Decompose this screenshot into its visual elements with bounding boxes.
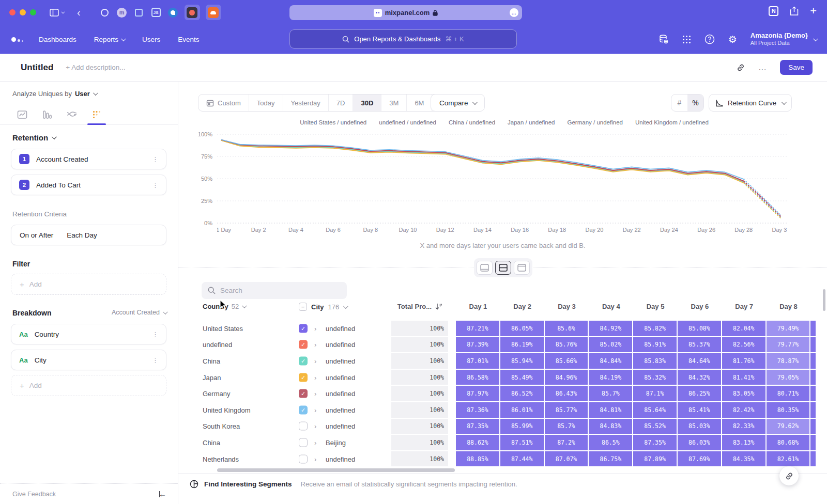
extension-m-icon[interactable]: m — [116, 7, 128, 18]
expand-row-icon[interactable]: › — [314, 324, 316, 332]
collapse-sidebar-icon[interactable]: ← — [159, 490, 166, 498]
global-search[interactable]: Open Reports & Dashboards ⌘ + K — [289, 29, 517, 49]
kebab-menu-icon[interactable]: ⋮ — [152, 181, 159, 189]
notion-extension-icon[interactable]: N — [769, 6, 778, 16]
retention-value-cell[interactable]: 85.83% — [633, 353, 677, 369]
retention-value-cell[interactable]: 85.49% — [500, 370, 544, 385]
day-column-header[interactable]: Day 2 — [500, 303, 545, 310]
report-title[interactable]: Untitled — [21, 62, 53, 73]
retention-value-cell[interactable]: 85.76% — [545, 337, 588, 353]
kebab-menu-icon[interactable]: ⋮ — [152, 356, 159, 364]
give-feedback-link[interactable]: Give Feedback — [12, 491, 56, 498]
retention-value-cell[interactable]: 86.19% — [500, 337, 544, 353]
retention-value-cell[interactable]: 85.66% — [545, 353, 588, 369]
retention-value-cell[interactable]: 84.96% — [545, 370, 588, 385]
retention-value-cell[interactable]: 82.56% — [722, 337, 765, 353]
percent-toggle[interactable]: % — [687, 94, 703, 111]
retention-value-cell[interactable]: 85.82% — [633, 321, 677, 336]
retention-value-cell[interactable]: 87.21% — [456, 321, 499, 336]
add-breakdown-button[interactable]: + Add — [11, 375, 166, 396]
retention-value-cell[interactable]: 85.03% — [678, 419, 721, 434]
retention-value-cell[interactable]: 85.94% — [500, 353, 544, 369]
retention-value-cell[interactable]: 80.71% — [767, 386, 810, 401]
retention-value-cell[interactable]: 82.04% — [722, 321, 765, 336]
apps-grid-icon[interactable] — [682, 35, 691, 44]
retention-value-cell[interactable]: 87.07% — [545, 451, 588, 467]
retention-value-cell[interactable]: 86.75% — [589, 451, 632, 467]
maximize-window-button[interactable] — [30, 9, 36, 15]
expand-row-icon[interactable]: › — [314, 438, 316, 446]
retention-criteria-card[interactable]: On or After Each Day — [11, 225, 166, 245]
retention-value-cell[interactable]: 87.97% — [456, 386, 499, 401]
retention-value-cell[interactable]: 79.77% — [767, 337, 810, 353]
retention-value-cell[interactable]: 87.1% — [633, 386, 677, 401]
retention-value-cell[interactable]: 85.77% — [545, 402, 588, 418]
compare-button[interactable]: Compare — [431, 94, 485, 112]
extension-js-icon[interactable]: JS — [150, 7, 162, 18]
retention-value-cell[interactable]: 85.02% — [589, 337, 632, 353]
table-search-input[interactable]: Search — [202, 282, 347, 299]
retention-value-cell[interactable]: 86.05% — [500, 321, 544, 336]
retention-value-cell[interactable]: 79.62% — [767, 419, 810, 434]
retention-value-cell[interactable]: 79.05% — [767, 370, 810, 385]
retention-value-cell[interactable]: 84.32% — [678, 370, 721, 385]
kebab-menu-icon[interactable]: ⋮ — [152, 155, 159, 163]
event-step-card[interactable]: 2 Added To Cart ⋮ — [11, 175, 166, 195]
retention-value-cell[interactable]: 79.49% — [767, 321, 810, 336]
retention-value-cell[interactable]: 81.76% — [722, 353, 765, 369]
horizontal-scrollbar[interactable] — [217, 468, 455, 472]
retention-value-cell[interactable]: 88.62% — [456, 435, 499, 450]
tab-funnels[interactable] — [40, 104, 54, 124]
retention-value-cell[interactable]: 86.01% — [500, 402, 544, 418]
extension-cube-icon[interactable] — [133, 7, 145, 18]
range-3m[interactable]: 3M — [381, 94, 406, 111]
expand-row-icon[interactable]: › — [314, 390, 316, 398]
share-icon[interactable] — [790, 6, 799, 16]
number-toggle[interactable]: # — [671, 94, 687, 111]
minimize-window-button[interactable] — [20, 9, 26, 15]
expand-row-icon[interactable]: › — [314, 341, 316, 349]
tab-retention[interactable] — [90, 104, 103, 124]
expand-row-icon[interactable]: › — [314, 406, 316, 414]
retention-value-cell[interactable]: 87.35% — [633, 435, 677, 450]
retention-value-cell[interactable]: 81.41% — [722, 370, 765, 385]
day-column-header[interactable]: Day 1 — [456, 303, 500, 310]
sidebar-toggle-icon[interactable] — [50, 9, 64, 17]
reader-more-icon[interactable]: ... — [510, 8, 518, 17]
retention-value-cell[interactable]: 87.69% — [678, 451, 721, 467]
retention-value-cell[interactable]: 87.51% — [500, 435, 544, 450]
settings-gear-icon[interactable]: ⚙ — [728, 34, 737, 45]
row-checkbox[interactable]: ✓ — [299, 324, 308, 333]
retention-value-cell[interactable]: 87.2% — [545, 435, 588, 450]
extension-ring-icon[interactable] — [99, 7, 111, 18]
retention-value-cell[interactable]: 85.6% — [545, 321, 588, 336]
new-tab-icon[interactable]: + — [810, 5, 817, 17]
breakdown-event-selector[interactable]: Account Created — [112, 309, 166, 316]
day-column-header[interactable]: Day 4 — [589, 303, 633, 310]
day-column-header[interactable]: Day 6 — [678, 303, 722, 310]
retention-value-cell[interactable]: 86.43% — [545, 386, 588, 401]
range-6m[interactable]: 6M — [406, 94, 432, 111]
retention-value-cell[interactable]: 80.68% — [767, 435, 810, 450]
row-checkbox[interactable]: ✓ — [299, 405, 308, 414]
retention-value-cell[interactable]: 85.7% — [545, 419, 588, 434]
retention-chart[interactable]: < 1 DayDay 2Day 4Day 6Day 8Day 10Day 12D… — [217, 131, 787, 234]
country-column-header[interactable]: Country 52 — [203, 303, 246, 310]
retention-value-cell[interactable]: 82.33% — [722, 419, 765, 434]
legend-item[interactable]: undefined / undefined — [376, 119, 436, 125]
nav-item-events[interactable]: Events — [178, 36, 199, 43]
retention-value-cell[interactable]: 87.36% — [456, 402, 499, 418]
extension-bird-icon[interactable] — [167, 7, 179, 18]
legend-item[interactable]: United Kingdom / undefined — [632, 119, 709, 125]
city-column-header[interactable]: – City 176 — [299, 303, 347, 311]
retention-value-cell[interactable]: 85.91% — [633, 337, 677, 353]
retention-value-cell[interactable]: 86.52% — [500, 386, 544, 401]
range-custom[interactable]: Custom — [198, 94, 249, 111]
help-icon[interactable] — [705, 34, 715, 44]
retention-value-cell[interactable]: 84.92% — [589, 321, 632, 336]
retention-value-cell[interactable]: 84.19% — [589, 370, 632, 385]
retention-value-cell[interactable]: 84.84% — [589, 353, 632, 369]
retention-value-cell[interactable]: 84.64% — [678, 353, 721, 369]
retention-value-cell[interactable]: 82.42% — [722, 402, 765, 418]
expand-row-icon[interactable]: › — [314, 357, 316, 365]
